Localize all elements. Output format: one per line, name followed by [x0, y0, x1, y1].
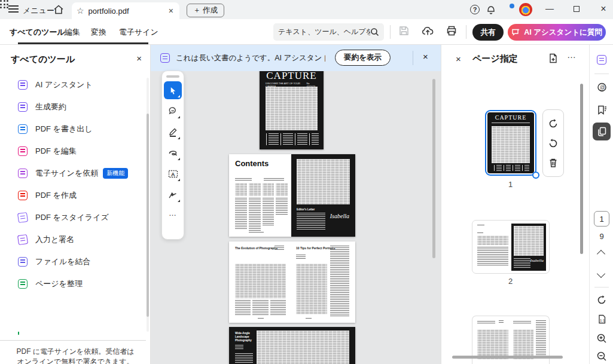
window-close-button[interactable]: × — [595, 4, 612, 16]
pdf-page-3[interactable]: The Evolution of Photography 10 Tips for… — [229, 241, 355, 323]
sidebar-item-ic-fill-sign[interactable]: 入力と署名 — [0, 228, 146, 250]
tab-close-icon[interactable]: × — [167, 6, 175, 16]
rotate-clockwise-icon[interactable] — [547, 117, 560, 130]
draw-tool-icon[interactable] — [164, 144, 182, 162]
create-button[interactable]: ＋ 作成 — [187, 4, 224, 17]
pdf-page-4[interactable]: Wide-Angle Landscape Photography — [229, 327, 355, 364]
banner-close-icon[interactable]: × — [423, 51, 428, 62]
save-icon[interactable] — [398, 25, 413, 39]
quick-tools-rail: A … — [161, 71, 184, 240]
tab-edit[interactable]: 編集 — [65, 27, 80, 38]
page-thumbnail-2[interactable]: Isabella — [472, 220, 550, 274]
search-icon[interactable] — [370, 27, 379, 36]
panel-title: ページ指定 — [472, 53, 518, 65]
panel-scrollbar-horizontal[interactable] — [452, 356, 563, 359]
sidebar-item-ic-stylize[interactable]: PDF をスタイライズ — [0, 206, 146, 228]
contents-columns — [235, 183, 288, 233]
thumb-cover-title: CAPTURE — [487, 114, 534, 121]
svg-text:@: @ — [600, 84, 605, 90]
sidebar-item-ic-organize[interactable]: ページを整理 — [0, 273, 146, 295]
svg-text:1:1: 1:1 — [600, 319, 605, 322]
contents-title: Contents — [235, 159, 269, 168]
tool-label: PDF をスタイライズ — [35, 212, 109, 223]
rotate-counterclockwise-icon[interactable] — [547, 137, 560, 150]
article3-image — [257, 331, 349, 364]
print-icon[interactable] — [446, 25, 460, 39]
article1-image — [235, 264, 286, 298]
previous-page-icon[interactable] — [597, 250, 605, 258]
sidebar-item-ic-summary[interactable]: 生成要約 — [0, 96, 146, 118]
article2-image — [296, 264, 327, 314]
help-icon[interactable]: ? — [470, 5, 480, 14]
text-select-tool-icon[interactable]: A — [164, 165, 182, 183]
home-icon[interactable] — [53, 4, 66, 16]
more-tools-icon[interactable]: … — [169, 209, 177, 218]
pdf-page-2[interactable]: Contents Editor's Letter Isabella — [229, 154, 355, 237]
sidebar-item-ic-export[interactable]: PDF を書き出し — [0, 118, 146, 140]
page-thumbnail-1[interactable]: CAPTURE — [485, 110, 536, 176]
window-maximize-button[interactable] — [568, 4, 585, 16]
current-page-input[interactable]: 1 — [594, 211, 609, 227]
ai-assistant-button[interactable]: AI アシスタントに質問 — [508, 24, 606, 41]
panel-scrollbar-vertical[interactable] — [580, 82, 583, 357]
sidebar-scrollbar[interactable] — [147, 78, 149, 332]
select-tool-icon[interactable] — [164, 81, 182, 99]
sidebar-item-ic-create[interactable]: PDF を作成 — [0, 184, 146, 206]
generative-summary-icon[interactable] — [593, 51, 611, 69]
viewer-scrollbar[interactable] — [432, 74, 436, 364]
sidebar-item-ic-esign-request[interactable]: 電子サインを依頼 新機能 — [0, 162, 146, 184]
cover-image — [266, 87, 318, 130]
tool-label: ファイルを結合 — [35, 256, 91, 267]
tab-convert[interactable]: 変換 — [91, 27, 106, 38]
highlight-tool-icon[interactable] — [164, 123, 182, 141]
page-thumbnails-icon[interactable] — [593, 123, 611, 140]
sidebar-item-ic-combine[interactable]: ファイルを結合 — [0, 250, 146, 273]
zoom-out-icon[interactable] — [593, 347, 611, 364]
sidebar-item-ic-edit[interactable]: PDF を編集 — [0, 140, 146, 162]
ic-summary-icon — [18, 102, 28, 112]
esign-promo-text: PDF に電子サインを依頼。受信者は オンラインで無料で署名できます。 — [0, 347, 151, 364]
all-tools-panel: すべてのツール × AI アシスタント 生成要約 PDF を書き出し PDF を… — [0, 45, 151, 364]
zoom-scale-icon[interactable]: 1:1 — [593, 310, 611, 328]
insert-page-icon[interactable] — [548, 53, 560, 65]
upload-cloud-icon[interactable] — [422, 25, 436, 39]
menu-button[interactable]: メニュー — [23, 5, 54, 16]
tab-esign[interactable]: 電子サイン — [119, 27, 158, 38]
show-summary-button[interactable]: 要約を表示 — [335, 50, 391, 66]
bookmarks-icon[interactable] — [593, 101, 611, 119]
search-input[interactable]: テキスト、ツール、ヘルプを検索 — [273, 23, 384, 41]
article3-title: Wide-Angle Landscape Photography — [235, 332, 255, 342]
sign-tool-icon[interactable] — [164, 186, 182, 204]
rotate-page-icon[interactable] — [593, 291, 611, 309]
star-icon[interactable]: ☆ — [77, 6, 84, 16]
editor-signature: Isabella — [330, 213, 349, 219]
thumbnail-resize-handle[interactable] — [532, 172, 539, 179]
window-minimize-button[interactable]: — — [541, 4, 558, 16]
apps-grid-icon[interactable] — [0, 0, 9, 9]
document-tab[interactable]: ☆ portfolio.pdf × — [72, 2, 179, 19]
pdf-page-1[interactable]: CAPTURE DISCOVER THE ART OF YOUR CAMERAN… — [260, 67, 324, 149]
search-placeholder: テキスト、ツール、ヘルプを検索 — [278, 27, 370, 37]
rail-drag-handle[interactable] — [166, 75, 179, 78]
article2-title: 10 Tips for Perfect Portraits — [296, 246, 336, 250]
tool-label: ページを整理 — [35, 279, 83, 289]
ic-esign-request-icon — [18, 169, 28, 178]
zoom-in-icon[interactable] — [593, 329, 611, 347]
profile-avatar[interactable] — [519, 3, 532, 16]
ai-chat-icon — [511, 28, 520, 36]
rail-divider — [594, 74, 609, 74]
next-page-icon[interactable] — [597, 270, 605, 278]
sidebar-item-ic-ai[interactable]: AI アシスタント — [0, 74, 146, 96]
delete-page-icon[interactable] — [547, 157, 560, 170]
panel-close-icon[interactable]: × — [456, 54, 461, 64]
panel-more-icon[interactable]: … — [567, 50, 577, 60]
comments-icon[interactable]: @ — [593, 78, 611, 96]
panel-close-icon[interactable]: × — [136, 53, 142, 63]
editors-letter-title: Editor's Letter — [297, 208, 315, 211]
generative-summary-icon — [160, 53, 170, 63]
hamburger-menu-icon[interactable] — [8, 5, 19, 13]
comment-tool-icon[interactable] — [164, 102, 182, 120]
notifications-bell-icon[interactable] — [486, 4, 499, 16]
tab-all-tools[interactable]: すべてのツール — [10, 27, 65, 38]
share-button[interactable]: 共有 — [472, 24, 504, 41]
